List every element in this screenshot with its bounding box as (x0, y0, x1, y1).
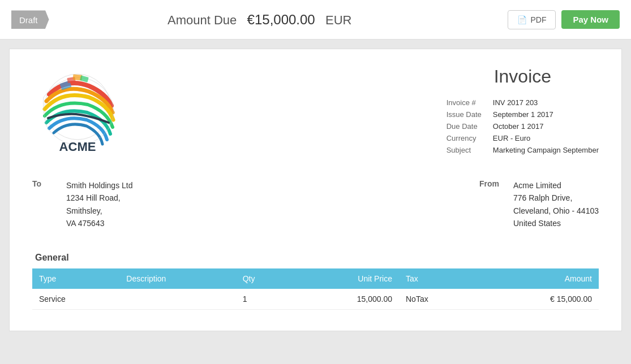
pay-now-button[interactable]: Pay Now (561, 10, 620, 29)
col-amount: Amount (478, 268, 599, 289)
to-address-line3: VA 475643 (66, 217, 133, 229)
subject-value: Marketing Campaign September (493, 146, 599, 154)
col-tax: Tax (399, 268, 478, 289)
addresses-section: To Smith Holdings Ltd 1234 Hill Road, Sm… (32, 179, 599, 230)
row-tax: NoTax (399, 289, 478, 310)
draft-badge: Draft (11, 10, 49, 29)
col-qty: Qty (236, 268, 293, 289)
pay-now-label: Pay Now (573, 15, 608, 24)
issue-date-value: September 1 2017 (493, 110, 599, 119)
invoice-title-area: Invoice Invoice # INV 2017 203 Issue Dat… (447, 66, 599, 154)
currency-field-label: Currency (447, 134, 482, 142)
to-address-line1: 1234 Hill Road, (66, 192, 133, 204)
top-bar: Draft Amount Due €15,000.00 EUR PDF Pay … (0, 0, 631, 40)
to-label: To (32, 179, 55, 230)
from-address-block: From Acme Limited 776 Ralph Drive, Cleve… (479, 179, 599, 230)
to-address-line2: Smithsley, (66, 205, 133, 217)
amount-due-section: Amount Due €15,000.00 EUR (11, 12, 508, 28)
pdf-icon (517, 15, 527, 24)
row-description (119, 289, 235, 310)
from-address-line1: 776 Ralph Drive, (513, 192, 599, 204)
to-name: Smith Holdings Ltd (66, 179, 133, 192)
top-bar-actions: PDF Pay Now (508, 10, 620, 29)
currency-field-value: EUR - Euro (493, 134, 599, 142)
from-address-line2: Cleveland, Ohio - 44103 (513, 205, 599, 217)
logo-area: ACME (32, 66, 123, 157)
invoice-details: Invoice # INV 2017 203 Issue Date Septem… (447, 98, 599, 154)
row-amount: € 15,000.00 (478, 289, 599, 310)
draft-label: Draft (19, 15, 38, 24)
to-address-block: To Smith Holdings Ltd 1234 Hill Road, Sm… (32, 179, 133, 230)
amount-value: €15,000.00 (247, 12, 315, 27)
invoice-num-label: Invoice # (447, 98, 482, 107)
svg-rect-5 (80, 75, 89, 82)
invoice-num-value: INV 2017 203 (493, 98, 599, 107)
invoice-table: Type Description Qty Unit Price Tax Amou… (32, 268, 599, 310)
from-address-line3: United States (513, 217, 599, 229)
col-description: Description (119, 268, 235, 289)
svg-text:ACME: ACME (59, 140, 96, 154)
table-header: Type Description Qty Unit Price Tax Amou… (32, 268, 599, 289)
to-address-content: Smith Holdings Ltd 1234 Hill Road, Smith… (66, 179, 133, 230)
row-type: Service (32, 289, 119, 310)
amount-due-label: Amount Due (168, 13, 237, 27)
pdf-button[interactable]: PDF (508, 10, 556, 29)
subject-label: Subject (447, 146, 482, 154)
pdf-label: PDF (530, 15, 546, 24)
from-address-content: Acme Limited 776 Ralph Drive, Cleveland,… (513, 179, 599, 230)
invoice-container: ACME Invoice Invoice # INV 2017 203 Issu… (9, 49, 622, 331)
currency-label: EUR (325, 13, 351, 27)
col-unit-price: Unit Price (293, 268, 399, 289)
row-unit-price: 15,000.00 (293, 289, 399, 310)
from-name: Acme Limited (513, 179, 599, 192)
row-qty: 1 (236, 289, 293, 310)
due-date-value: October 1 2017 (493, 122, 599, 131)
col-type: Type (32, 268, 119, 289)
due-date-label: Due Date (447, 122, 482, 131)
issue-date-label: Issue Date (447, 110, 482, 119)
table-row: Service 1 15,000.00 NoTax € 15,000.00 (32, 289, 599, 310)
invoice-title: Invoice (447, 66, 599, 87)
section-title: General (32, 253, 599, 263)
acme-logo: ACME (32, 66, 123, 157)
table-body: Service 1 15,000.00 NoTax € 15,000.00 (32, 289, 599, 310)
from-label: From (479, 179, 502, 230)
invoice-header: ACME Invoice Invoice # INV 2017 203 Issu… (32, 66, 599, 157)
table-header-row: Type Description Qty Unit Price Tax Amou… (32, 268, 599, 289)
